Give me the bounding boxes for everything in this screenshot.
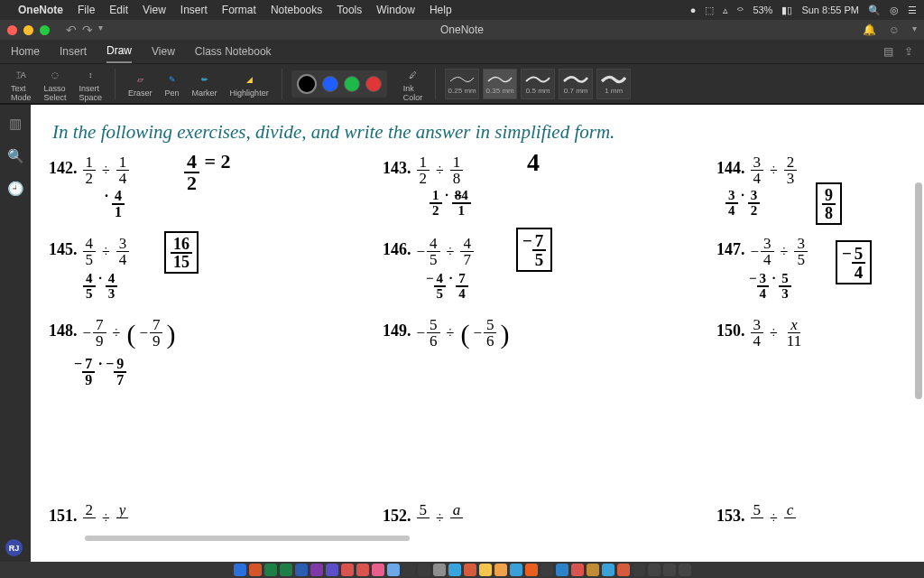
airplay-icon[interactable]: ▵ — [723, 5, 728, 16]
account-dropdown[interactable]: ▾ — [912, 23, 917, 36]
dock-app-3[interactable] — [280, 564, 292, 576]
horizontal-scroll-thumb[interactable] — [85, 536, 410, 541]
tab-draw[interactable]: Draw — [106, 40, 132, 63]
menu-insert[interactable]: Insert — [180, 4, 208, 16]
dock-app-14[interactable] — [448, 564, 461, 576]
ink-color-picker[interactable]: 🖊︎Ink Color — [400, 66, 427, 102]
notifications-icon[interactable]: 🔔 — [863, 23, 876, 36]
vertical-scroll-thumb[interactable] — [915, 182, 922, 399]
dock-app-0[interactable] — [234, 564, 246, 576]
color-swatch-blue[interactable] — [322, 76, 338, 92]
insert-space-tool[interactable]: ↕Insert Space — [76, 66, 106, 102]
dock-app-12[interactable] — [418, 564, 430, 576]
dock-app-16[interactable] — [479, 564, 492, 576]
horizontal-scrollbar[interactable] — [72, 536, 913, 543]
window-title: OneNote — [440, 23, 484, 36]
menu-notebooks[interactable]: Notebooks — [271, 4, 322, 16]
thickness-0.35mm[interactable]: 0.35 mm — [483, 69, 517, 99]
tab-home[interactable]: Home — [11, 41, 40, 62]
thickness-0.5mm[interactable]: 0.5 mm — [521, 69, 555, 99]
spotlight-icon[interactable]: 🔍 — [868, 5, 881, 16]
menu-format[interactable]: Format — [222, 4, 256, 16]
dock-app-1[interactable] — [249, 564, 262, 576]
mac-dock — [0, 562, 924, 578]
menu-edit[interactable]: Edit — [109, 4, 128, 16]
handwriting: 98 — [816, 182, 842, 225]
menu-tools[interactable]: Tools — [337, 4, 362, 16]
dock-app-7[interactable] — [341, 564, 354, 576]
menu-view[interactable]: View — [143, 4, 166, 16]
thickness-0.25mm[interactable]: 0.25 mm — [445, 69, 479, 99]
tab-class-notebook[interactable]: Class Notebook — [195, 41, 272, 62]
thickness-0.7mm[interactable]: 0.7 mm — [559, 69, 593, 99]
dock-app-24[interactable] — [602, 564, 614, 576]
wifi-icon[interactable]: ⌔ — [737, 5, 744, 15]
battery-icon[interactable]: ▮▯ — [781, 5, 792, 16]
ribbon-tabs: Home Insert Draw View Class Notebook ▤ ⇪ — [0, 40, 924, 63]
collaborator-avatar[interactable]: RJ — [5, 539, 23, 556]
exercise-142: 142.12÷14 — [49, 154, 129, 186]
nav-pane-icon[interactable]: ▤ — [883, 45, 893, 58]
dock-app-11[interactable] — [402, 564, 415, 576]
siri-icon[interactable]: ◎ — [890, 5, 899, 16]
page-instruction: In the following exercises, divide, and … — [52, 121, 614, 144]
dropbox-icon[interactable]: ⬚ — [705, 5, 714, 16]
window-controls — [7, 25, 50, 35]
menu-window[interactable]: Window — [376, 4, 415, 16]
dock-app-25[interactable] — [617, 564, 630, 576]
color-swatch-green[interactable] — [344, 76, 360, 92]
lasso-select-tool[interactable]: ◌Lasso Select — [41, 66, 70, 102]
menu-help[interactable]: Help — [430, 4, 452, 16]
tab-view[interactable]: View — [152, 41, 175, 62]
marker-tool[interactable]: ✏Marker — [189, 70, 221, 98]
notebooks-icon[interactable]: ▥ — [9, 116, 22, 132]
vertical-scrollbar[interactable] — [914, 105, 922, 562]
undo-button[interactable]: ↶ — [66, 23, 77, 37]
text-mode-tool[interactable]: ⌶AText Mode — [7, 66, 35, 102]
dock-app-8[interactable] — [356, 564, 369, 576]
dock-app-9[interactable] — [372, 564, 384, 576]
handwriting: −54 — [836, 240, 872, 284]
dock-app-10[interactable] — [387, 564, 400, 576]
dock-app-26[interactable] — [633, 564, 645, 576]
pen-tool[interactable]: ✎Pen — [162, 70, 183, 98]
dock-app-2[interactable] — [264, 564, 277, 576]
thickness-1mm[interactable]: 1 mm — [596, 69, 631, 99]
color-swatch-black[interactable] — [297, 74, 317, 94]
window-titlebar: ↶ ↷ ▾ OneNote 🔔 ☺ ▾ — [0, 20, 924, 40]
dock-app-28[interactable] — [663, 564, 676, 576]
dock-app-27[interactable] — [648, 564, 661, 576]
exercise-152: 152.5 ÷a — [383, 502, 463, 534]
close-window-button[interactable] — [7, 25, 17, 35]
redo-button[interactable]: ↷ — [82, 23, 93, 37]
dock-app-29[interactable] — [679, 564, 691, 576]
search-icon[interactable]: 🔍 — [7, 148, 24, 164]
dock-app-19[interactable] — [525, 564, 538, 576]
fullscreen-window-button[interactable] — [40, 25, 50, 35]
account-icon[interactable]: ☺ — [889, 23, 900, 36]
dock-app-17[interactable] — [494, 564, 507, 576]
minimize-window-button[interactable] — [23, 25, 33, 35]
highlighter-tool[interactable]: ◢Highlighter — [226, 70, 273, 98]
dock-app-18[interactable] — [510, 564, 522, 576]
dock-app-20[interactable] — [541, 564, 553, 576]
eraser-tool[interactable]: ▱Eraser — [125, 70, 156, 98]
share-button[interactable]: ⇪ — [904, 45, 913, 58]
dock-app-15[interactable] — [464, 564, 476, 576]
color-swatch-red[interactable] — [365, 76, 382, 92]
menu-file[interactable]: File — [78, 4, 95, 16]
dock-app-6[interactable] — [326, 564, 338, 576]
dock-app-22[interactable] — [571, 564, 584, 576]
handwriting: 12 · 841 — [430, 188, 471, 218]
dock-app-13[interactable] — [433, 564, 446, 576]
dock-app-23[interactable] — [587, 564, 599, 576]
dock-app-5[interactable] — [310, 564, 323, 576]
recent-icon[interactable]: 🕘 — [7, 181, 24, 197]
record-icon[interactable]: ● — [690, 5, 697, 15]
tab-insert[interactable]: Insert — [60, 41, 87, 62]
dock-app-4[interactable] — [295, 564, 308, 576]
control-center-icon[interactable]: ☰ — [908, 5, 917, 16]
dock-app-21[interactable] — [556, 564, 568, 576]
page-canvas[interactable]: In the following exercises, divide, and … — [31, 105, 924, 562]
qat-dropdown[interactable]: ▾ — [98, 23, 103, 37]
